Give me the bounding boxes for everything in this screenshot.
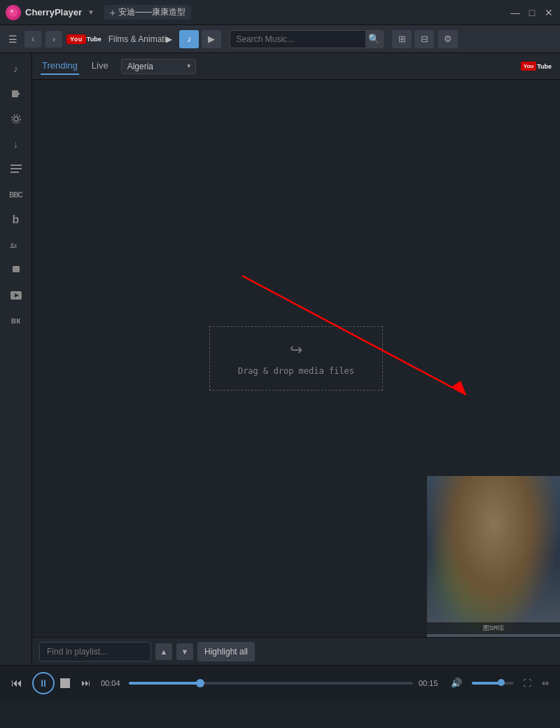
find-playlist-bar: ▲ ▼ Highlight all (32, 637, 560, 665)
sidebar-item-beatport[interactable]: b (4, 209, 29, 231)
player-bar: ⏮ ⏸ ⏭ 00:04 00:15 🔊 ⛶ ⇔ (0, 665, 560, 700)
search-button[interactable]: 🔍 (365, 30, 384, 48)
toolbar: ☰ ‹ › You Tube Films & Animati▶ ♪ ▶ 🔍 ⊞ … (0, 25, 560, 53)
prev-track-button[interactable]: ⏮ (7, 673, 27, 693)
svg-point-23 (463, 514, 503, 564)
svg-point-4 (14, 117, 18, 121)
forward-button[interactable]: › (46, 31, 62, 48)
volume-bar[interactable] (472, 682, 514, 685)
country-selector-wrapper: Algeria Argentina Australia Brazil Canad… (121, 59, 196, 74)
tab-label: 安迪——康康造型 (118, 6, 186, 18)
volume-fill (472, 682, 501, 685)
video-thumbnail: 图SR综 (427, 476, 560, 637)
country-select[interactable]: Algeria Argentina Australia Brazil Canad… (121, 59, 196, 74)
svg-point-25 (472, 510, 494, 526)
sidebar-item-radio[interactable] (4, 108, 29, 130)
video-thumb-image: 图SR综 (427, 476, 560, 637)
find-next-button[interactable]: ▼ (176, 643, 193, 660)
media-type-buttons: ♪ ▶ (179, 30, 221, 48)
youtube-small-box: You (521, 62, 537, 71)
live-tab[interactable]: Live (90, 57, 110, 75)
progress-handle[interactable] (196, 679, 204, 687)
sidebar-item-vk[interactable]: вк (4, 309, 29, 332)
youtube-small-tube: Tube (537, 63, 552, 70)
svg-rect-7 (10, 168, 22, 169)
add-tab-button[interactable]: + 安迪——康康造型 (104, 5, 191, 20)
youtube-logo-box: You (66, 34, 86, 44)
drop-zone[interactable]: ↪ Drag & drop media files (209, 326, 383, 391)
total-time: 00:15 (419, 679, 441, 687)
next-track-button[interactable]: ⏭ (76, 673, 95, 693)
cherry-logo-icon (6, 5, 21, 20)
video-watermark: 图SR综 (427, 622, 560, 634)
drop-zone-text: Drag & drop media files (238, 366, 354, 376)
svg-rect-6 (10, 164, 22, 166)
svg-point-26 (452, 520, 472, 536)
svg-point-24 (468, 509, 498, 534)
main-layout: ♪ ↓ BBC b ʟs (0, 53, 560, 665)
svg-point-5 (12, 115, 20, 123)
sidebar: ♪ ↓ BBC b ʟs (0, 53, 32, 665)
list-view-button[interactable]: ⊟ (414, 30, 434, 48)
svg-rect-19 (528, 482, 534, 487)
app-name: CherryPlayer (25, 7, 82, 18)
pause-button[interactable]: ⏸ (32, 672, 55, 694)
sidebar-toggle-icon[interactable]: ☰ (6, 31, 20, 48)
sidebar-item-bbc[interactable]: BBC (4, 183, 29, 206)
app-dropdown-arrow[interactable]: ▼ (88, 8, 94, 16)
svg-rect-18 (518, 479, 532, 514)
volume-icon-button[interactable]: 🔊 (447, 673, 466, 693)
music-type-button[interactable]: ♪ (179, 30, 199, 48)
svg-point-27 (496, 519, 514, 534)
player-extra-buttons: ⛶ ⇔ (519, 676, 553, 691)
svg-marker-16 (452, 381, 466, 395)
youtube-logo-tube: Tube (87, 36, 102, 43)
app-logo: CherryPlayer ▼ (6, 5, 94, 20)
content-area: Trending Live Algeria Argentina Australi… (32, 53, 560, 665)
svg-rect-17 (427, 476, 560, 637)
search-input[interactable] (230, 30, 365, 48)
sidebar-item-twitch[interactable] (4, 259, 29, 281)
stretch-button[interactable]: ⇔ (538, 676, 553, 691)
youtube-logo-small: You Tube (521, 62, 552, 71)
svg-rect-2 (12, 90, 18, 97)
fullscreen-button[interactable]: ⛶ (519, 676, 535, 691)
sidebar-item-music[interactable]: ♪ (4, 57, 29, 80)
video-type-button[interactable]: ▶ (202, 30, 221, 48)
youtube-logo: You Tube (66, 34, 102, 44)
sidebar-item-youtube[interactable] (4, 284, 29, 307)
svg-text:ʟs: ʟs (10, 241, 17, 249)
trending-tab[interactable]: Trending (41, 57, 79, 75)
close-button[interactable]: ✕ (543, 7, 554, 18)
breadcrumb: Films & Animati▶ (108, 34, 173, 44)
svg-rect-12 (17, 267, 18, 270)
highlight-all-button[interactable]: Highlight all (197, 642, 255, 662)
settings-button[interactable]: ⚙ (438, 30, 458, 48)
svg-marker-3 (18, 92, 20, 95)
search-area: 🔍 (230, 30, 384, 48)
svg-rect-11 (15, 267, 16, 270)
minimize-button[interactable]: — (510, 7, 521, 18)
view-buttons: ⊞ ⊟ (392, 30, 434, 48)
drop-zone-area: ↪ Drag & drop media files (32, 80, 560, 637)
stop-button[interactable] (60, 678, 70, 688)
volume-handle[interactable] (498, 679, 505, 686)
progress-fill (129, 682, 200, 685)
svg-rect-10 (13, 266, 20, 272)
svg-rect-8 (10, 172, 19, 173)
grid-view-button[interactable]: ⊞ (392, 30, 412, 48)
sub-toolbar: Trending Live Algeria Argentina Australi… (32, 53, 560, 80)
current-time: 00:04 (101, 679, 123, 687)
svg-rect-20 (536, 476, 546, 507)
maximize-button[interactable]: □ (526, 7, 538, 18)
find-playlist-input[interactable] (39, 642, 151, 662)
svg-point-22 (455, 507, 511, 584)
sidebar-item-download[interactable]: ↓ (4, 133, 29, 155)
back-button[interactable]: ‹ (24, 31, 41, 48)
svg-point-1 (10, 10, 13, 13)
sidebar-item-video[interactable] (4, 83, 29, 105)
sidebar-item-lastfm[interactable]: ʟs (4, 234, 29, 256)
find-prev-button[interactable]: ▲ (155, 643, 172, 660)
sidebar-item-playlist[interactable] (4, 158, 29, 181)
progress-bar[interactable] (129, 682, 413, 685)
